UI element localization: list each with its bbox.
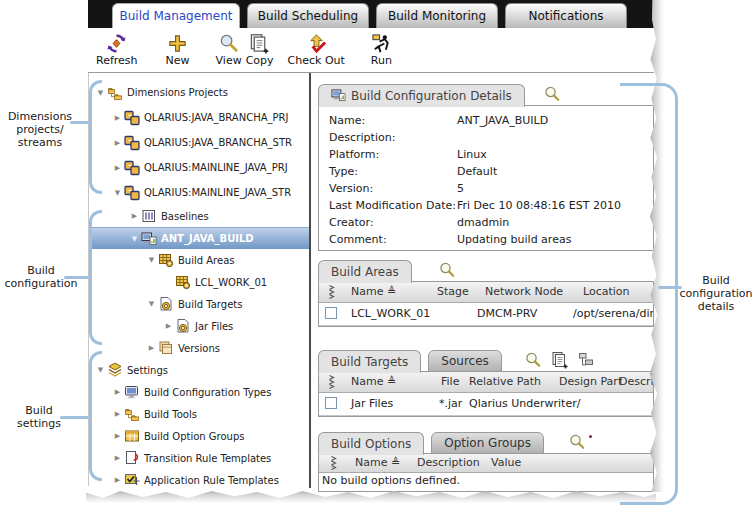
expand-arrow-icon[interactable]: ▼ (146, 256, 157, 264)
filter-icon[interactable] (327, 374, 337, 390)
expand-arrow-icon[interactable]: ▼ (112, 189, 123, 197)
tree-item-qlarius-java-brancha-prj[interactable]: ▶ QLARIUS:JAVA_BRANCHA_PRJ (89, 105, 309, 130)
new-label: New (166, 54, 190, 67)
tree-item-jar-files[interactable]: ▶ Jar Files (89, 315, 309, 337)
tree-item-label: Build Option Groups (144, 431, 245, 442)
field-label: Name: (329, 114, 457, 127)
row-checkbox[interactable] (325, 397, 337, 409)
tab-option-groups[interactable]: Option Groups (431, 432, 544, 454)
build-areas-panel: Build Areas Name ≜ Stage Network Node Lo… (318, 258, 654, 327)
tree-item-qlarius-mainline-java-prj[interactable]: ▶ QLARIUS:MAINLINE_JAVA_PRJ (89, 155, 309, 180)
run-icon (371, 33, 392, 54)
search-icon[interactable] (543, 85, 561, 103)
tree-item-label: QLARIUS:MAINLINE_JAVA_PRJ (144, 162, 288, 173)
folder-tree-icon[interactable] (578, 351, 596, 369)
tree-panel-divider[interactable] (309, 73, 311, 488)
collapse-arrow-icon[interactable]: ▶ (112, 164, 123, 172)
table-row[interactable]: LCL_WORK_01 DMCM-PRV /opt/serena/dimens (319, 303, 653, 326)
column-header-name[interactable]: Name ≜ (351, 375, 396, 388)
tab-build-areas[interactable]: Build Areas (318, 260, 412, 283)
search-icon[interactable] (438, 261, 456, 279)
areas-tab-label: Build Areas (331, 265, 399, 279)
stream-icon (124, 160, 140, 176)
filter-icon[interactable] (327, 284, 337, 300)
field-label: Comment: (329, 233, 457, 246)
collapse-arrow-icon[interactable]: ▶ (112, 432, 123, 440)
collapse-arrow-icon[interactable]: ▶ (112, 476, 123, 484)
copy-target-icon[interactable] (551, 351, 569, 369)
search-icon[interactable] (524, 351, 542, 369)
field-value: ANT_JAVA_BUILD (457, 114, 548, 127)
tab-build-targets[interactable]: Build Targets (318, 350, 421, 373)
tree-item-qlarius-java-brancha-str[interactable]: ▶ QLARIUS:JAVA_BRANCHA_STR (89, 130, 309, 155)
check-out-button[interactable]: Check Out (288, 33, 345, 67)
field-value: Default (457, 165, 497, 178)
tree-item-application-rule-templates[interactable]: ▶ Application Rule Templates (89, 469, 309, 491)
column-header-relative-path[interactable]: Relative Path (469, 375, 541, 388)
search-icon[interactable] (568, 433, 586, 451)
column-header-value[interactable]: Value (491, 456, 521, 469)
view-button[interactable]: View (216, 33, 242, 67)
collapse-arrow-icon[interactable]: ▶ (112, 388, 123, 396)
tab-sources[interactable]: Sources (428, 350, 501, 372)
tree-item-lcl-work-01[interactable]: LCL_WORK_01 (89, 271, 309, 293)
collapse-arrow-icon[interactable]: ▶ (163, 322, 174, 330)
tab-build-monitoring[interactable]: Build Monitoring (376, 3, 498, 28)
filter-icon[interactable] (329, 455, 339, 471)
column-header-network-node[interactable]: Network Node (485, 285, 563, 298)
tab-notifications[interactable]: Notifications (505, 3, 627, 28)
tab-build-options[interactable]: Build Options (318, 432, 424, 455)
run-button[interactable]: Run (371, 33, 392, 67)
expand-arrow-icon[interactable]: ▼ (146, 300, 157, 308)
field-value: dmadmin (457, 216, 509, 229)
collapse-arrow-icon[interactable]: ▶ (146, 344, 157, 352)
tab-build-configuration-details[interactable]: Build Configuration Details (318, 84, 525, 107)
cell-file: *.jar (439, 397, 462, 410)
magnifier-icon (218, 33, 239, 54)
row-checkbox[interactable] (325, 307, 337, 319)
cell-network-node: DMCM-PRV (477, 307, 537, 320)
column-header-name[interactable]: Name ≜ (351, 285, 396, 298)
tree-item-transition-rule-templates[interactable]: ▶ Transition Rule Templates (89, 447, 309, 469)
options-tab-label: Build Options (331, 437, 411, 451)
tab-build-scheduling[interactable]: Build Scheduling (247, 3, 369, 28)
column-header-design-part[interactable]: Design Part (559, 375, 622, 388)
table-icon (124, 428, 140, 444)
callout-build-configuration: Buildconfiguration (0, 264, 82, 290)
tree-item-build-areas[interactable]: ▼ Build Areas (89, 249, 309, 271)
tree-item-build-option-groups[interactable]: ▶ Build Option Groups (89, 425, 309, 447)
tree-item-ant-java-build-selected[interactable]: ▼ ANT_JAVA_BUILD (89, 227, 309, 249)
projects-callout-bracket (89, 80, 102, 194)
tree-item-build-tools[interactable]: ▶ Build Tools (89, 403, 309, 425)
tree-item-versions[interactable]: ▶ Versions (89, 337, 309, 359)
column-header-name[interactable]: Name ≜ (355, 456, 400, 469)
tab-build-management[interactable]: Build Management (112, 3, 240, 28)
toolbar: Refresh New View Copy Check Out Run (88, 28, 654, 73)
tree-item-qlarius-mainline-java-str[interactable]: ▼ QLARIUS:MAINLINE_JAVA_STR (89, 180, 309, 205)
refresh-button[interactable]: Refresh (96, 33, 138, 67)
field-label: Last Modification Date: (329, 199, 457, 212)
collapse-arrow-icon[interactable]: ▶ (112, 114, 123, 122)
collapse-arrow-icon[interactable]: ▶ (112, 454, 123, 462)
transition-rule-icon (124, 450, 140, 466)
options-table: Name ≜ Description Value No build option… (318, 453, 654, 492)
check-out-icon (306, 33, 327, 54)
tree-item-baselines[interactable]: ▶ Baselines (89, 205, 309, 227)
table-row[interactable]: Jar Files *.jar Qlarius Underwriter/ (319, 393, 653, 416)
copy-button[interactable]: Copy (246, 33, 274, 67)
tree-item-build-targets[interactable]: ▼ Build Targets (89, 293, 309, 315)
column-header-file[interactable]: File (441, 375, 459, 388)
new-button[interactable]: New (166, 33, 190, 67)
collapse-arrow-icon[interactable]: ▶ (112, 139, 123, 147)
tree-item-settings[interactable]: ▼ Settings (89, 359, 309, 381)
column-header-description[interactable]: Description (417, 456, 480, 469)
collapse-arrow-icon[interactable]: ▶ (129, 212, 140, 220)
targets-table: Name ≜ File Relative Path Design Part De… (318, 371, 654, 417)
field-label: Version: (329, 182, 457, 195)
column-header-stage[interactable]: Stage (437, 285, 469, 298)
tree-item-dimensions-projects[interactable]: ▼ Dimensions Projects (89, 80, 309, 105)
collapse-arrow-icon[interactable]: ▶ (112, 410, 123, 418)
tree-item-build-configuration-types[interactable]: ▶ Build Configuration Types (89, 381, 309, 403)
expand-arrow-icon[interactable]: ▼ (129, 235, 140, 243)
screenshot-canvas: Build Management Build Scheduling Build … (0, 0, 754, 515)
